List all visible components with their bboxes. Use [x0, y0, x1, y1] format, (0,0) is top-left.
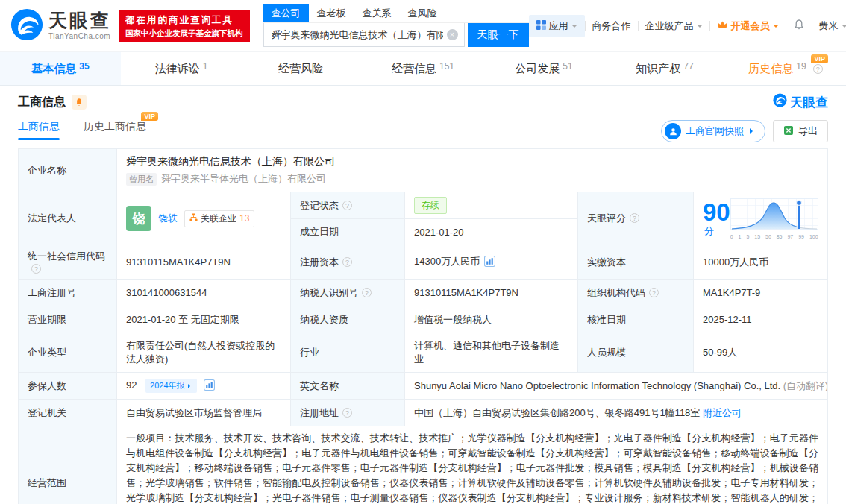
business-info-table: 企业名称 舜宇奥来微纳光电信息技术（上海）有限公司 曾用名 舜宇奥来半导体光电（… — [18, 148, 828, 504]
auto-translate-note: (自动翻译) — [783, 380, 828, 391]
tab-operation-risk[interactable]: 经营风险 — [242, 52, 363, 85]
establish-date-label: 成立日期 — [300, 226, 339, 237]
tab-basic-info[interactable]: 基本信息35 — [0, 52, 121, 85]
apps-grid-icon — [536, 20, 546, 32]
business-term-label: 营业期限 — [28, 314, 66, 325]
nav-enterprise[interactable]: 企业级产品 — [639, 19, 709, 33]
reg-number-value: 310141000631544 — [126, 287, 207, 298]
table-row: 营业期限 2021-01-20 至 无固定期限 纳税人资质 增值税一般纳税人 核… — [19, 306, 828, 333]
company-type-label: 企业类型 — [28, 347, 66, 358]
tab-history-info[interactable]: VIP 历史信息19 ? — [725, 52, 846, 85]
staff-size-value: 50-99人 — [703, 347, 737, 358]
nearby-companies-link[interactable]: 附近公司 — [703, 407, 742, 418]
staff-size-label: 人员规模 — [587, 347, 626, 358]
reg-status-value: 存续 — [414, 197, 447, 214]
table-row: 企业名称 舜宇奥来微纳光电信息技术（上海）有限公司 曾用名 舜宇奥来半导体光电（… — [19, 149, 828, 192]
table-row: 统一社会信用代码? 91310115MA1K4P7T9N 注册资本? 14300… — [19, 245, 828, 280]
establish-date-value: 2021-01-20 — [414, 227, 464, 238]
reg-authority-value: 自由贸易试验区市场监督管理局 — [126, 407, 262, 418]
search-tab-risk[interactable]: 查风险 — [400, 4, 445, 22]
help-icon[interactable]: ? — [31, 264, 41, 274]
help-icon[interactable]: ? — [362, 288, 372, 297]
english-name-label: 英文名称 — [300, 380, 339, 391]
reg-capital-value: 14300万人民币 — [414, 256, 480, 267]
vip-badge: VIP — [141, 112, 158, 121]
search-input-wrap: × — [263, 23, 465, 47]
search-tab-company[interactable]: 查公司 — [263, 4, 309, 22]
legal-rep-avatar[interactable]: 饶 — [126, 206, 151, 231]
dropdown-caret-icon — [697, 25, 703, 31]
nav-cooperation[interactable]: 商务合作 — [586, 19, 638, 33]
legal-rep-name-link[interactable]: 饶轶 — [158, 212, 178, 225]
business-scope-value: 一般项目：技术服务、技术开发、技术咨询、技术交流、技术转让、技术推广；光学仪器制… — [126, 431, 818, 504]
nav-user-menu[interactable]: 费米 — [812, 19, 846, 33]
company-type-value: 有限责任公司(自然人投资或控股的法人独资) — [126, 340, 275, 365]
search-input[interactable] — [264, 29, 464, 40]
subtab-history-registration[interactable]: 历史工商信息 VIP — [84, 120, 146, 140]
help-icon[interactable]: ? — [342, 408, 352, 418]
arrow-right-icon — [188, 384, 192, 388]
capital-chart-icon[interactable] — [484, 256, 495, 269]
insured-chart-icon[interactable] — [204, 379, 215, 393]
table-row: 参保人数 92 2024年报 英文名称 Shunyu Aolai Micro N… — [19, 373, 828, 400]
industry-label: 行业 — [300, 347, 319, 358]
watermark-logo-icon — [773, 93, 787, 111]
help-icon[interactable]: ? — [649, 288, 659, 297]
approval-date-value: 2025-12-11 — [703, 314, 752, 325]
business-scope-label: 经营范围 — [28, 477, 66, 488]
search-tab-relation[interactable]: 查关系 — [354, 4, 400, 22]
export-excel-icon — [783, 125, 794, 138]
business-term-value: 2021-01-20 至 无固定期限 — [126, 314, 239, 325]
annual-report-badge[interactable]: 2024年报 — [145, 379, 196, 393]
company-name-label: 企业名称 — [28, 165, 66, 176]
reg-authority-label: 登记机关 — [28, 407, 66, 418]
nav-apps[interactable]: 应用 — [529, 15, 585, 37]
related-companies-badge[interactable]: 关联企业 13 — [184, 210, 254, 227]
top-header: 天眼查 TianYanCha.com 都在用的商业查询工具 国家中小企业发展子基… — [0, 0, 846, 52]
former-name-badge: 曾用名 — [126, 173, 157, 186]
tianyancha-logo[interactable]: 天眼查 TianYanCha.com — [10, 8, 111, 44]
section-bell-icon[interactable] — [72, 95, 87, 110]
company-name-value: 舜宇奥来微纳光电信息技术（上海）有限公司 — [126, 155, 818, 168]
table-row: 法定代表人 饶 饶轶 关联企业 13 登记状态? 存续 天眼评分? — [19, 192, 828, 219]
search-clear-icon[interactable]: × — [447, 29, 458, 40]
nav-notifications[interactable] — [786, 19, 812, 33]
bell-icon — [793, 19, 805, 33]
reg-status-label: 登记状态 — [300, 200, 339, 211]
legal-rep-label: 法定代表人 — [28, 212, 76, 224]
dropdown-caret-icon — [842, 25, 846, 31]
official-snapshot-button[interactable]: 工商官网快照 — [661, 120, 765, 142]
score-axis-labels: 0151550859799100 — [730, 234, 818, 239]
help-icon[interactable]: ? — [342, 201, 352, 210]
tianyancha-logo-icon — [10, 8, 43, 44]
top-nav: 应用 商务合作 企业级产品 开通会员 费米 — [529, 15, 846, 37]
table-row: 登记机关 自由贸易试验区市场监督管理局 注册地址? 中国（上海）自由贸易试验区集… — [19, 400, 828, 426]
export-button[interactable]: 导出 — [773, 120, 828, 142]
tab-company-development[interactable]: 公司发展51 — [483, 52, 604, 85]
paid-capital-label: 实缴资本 — [587, 256, 626, 268]
nav-open-vip[interactable]: 开通会员 — [710, 19, 786, 33]
approval-date-label: 核准日期 — [587, 314, 626, 325]
search-tab-boss[interactable]: 查老板 — [309, 4, 354, 22]
tab-legal[interactable]: 法律诉讼1 — [121, 52, 242, 85]
dropdown-caret-icon — [571, 25, 577, 31]
vip-badge: VIP — [811, 54, 828, 63]
main-content: 工商信息 天眼查 工商信息 历史工商信息 VIP 工商官网快照 — [0, 93, 846, 504]
credit-code-label: 统一社会信用代码 — [28, 251, 105, 262]
tab-intellectual-property[interactable]: 知识产权77 — [604, 52, 725, 85]
help-icon[interactable]: ? — [342, 257, 352, 267]
search-tabs: 查公司 查老板 查关系 查风险 — [263, 4, 529, 23]
slogan-line1: 都在用的商业查询工具 — [125, 13, 243, 28]
tab-business-info[interactable]: 经营信息151 — [363, 52, 483, 85]
taxpayer-quality-label: 纳税人资质 — [300, 314, 348, 325]
taxpayer-id-label: 纳税人识别号 — [300, 287, 358, 298]
paid-capital-value: 10000万人民币 — [703, 256, 768, 268]
brand-domain: TianYanCha.com — [48, 32, 111, 40]
insured-count-value: 92 — [126, 379, 137, 391]
english-name-value: Shunyu Aolai Micro Nano Optoelectronic I… — [414, 380, 780, 391]
search-button[interactable]: 天眼一下 — [468, 23, 529, 47]
subtab-business-registration[interactable]: 工商信息 — [18, 120, 60, 140]
credit-code-value: 91310115MA1K4P7T9N — [126, 256, 231, 268]
help-icon[interactable]: ? — [630, 213, 639, 223]
help-icon[interactable]: ? — [813, 64, 823, 74]
